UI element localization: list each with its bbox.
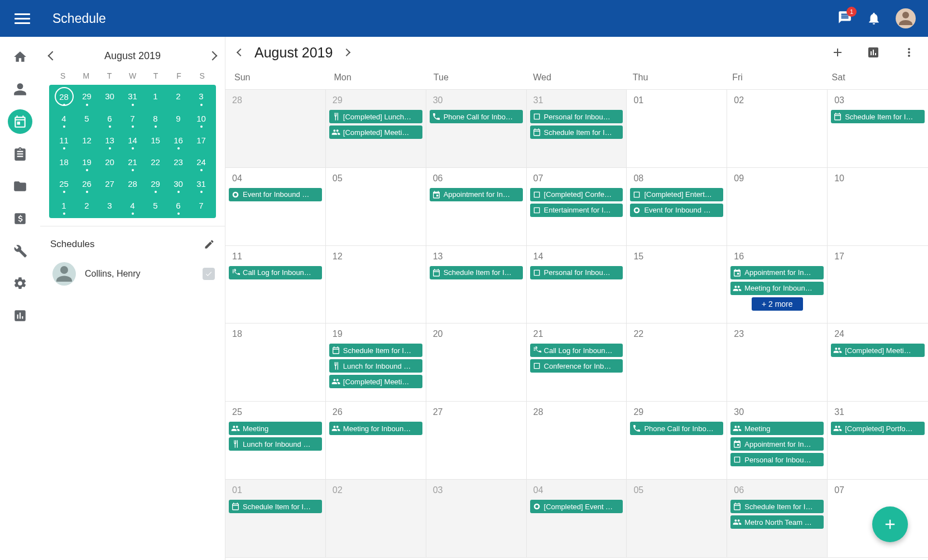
nav-contacts[interactable] (8, 77, 32, 102)
event-pill[interactable]: Lunch for Inbound … (329, 359, 422, 373)
mini-cal-day[interactable]: 14 (121, 132, 144, 148)
calendar-cell[interactable]: 21Call Log for Inboun…Conference for Inb… (527, 324, 627, 402)
nav-tasks[interactable] (8, 142, 32, 166)
mini-cal-day[interactable]: 6 (98, 110, 121, 127)
nav-invoice[interactable] (8, 206, 32, 231)
bell-icon[interactable] (867, 11, 881, 26)
schedule-row[interactable]: Collins, Henry (50, 254, 215, 286)
more-events-button[interactable]: + 2 more (752, 297, 803, 311)
calendar-cell[interactable]: 16Appointment for In…Meeting for Inboun…… (727, 246, 828, 324)
nav-tools[interactable] (8, 239, 32, 263)
month-prev[interactable] (237, 49, 244, 56)
mini-cal-next[interactable] (208, 51, 218, 61)
calendar-cell[interactable]: 07[Completed] Confe…Entertainment for I… (527, 168, 627, 246)
mini-cal-day[interactable]: 7 (190, 197, 213, 214)
mini-cal-day[interactable]: 2 (75, 197, 98, 214)
event-pill[interactable]: Personal for Inbou… (530, 266, 623, 279)
mini-cal-day[interactable]: 17 (190, 132, 213, 148)
mini-cal-day[interactable]: 18 (52, 154, 75, 170)
mini-cal-day[interactable]: 10 (190, 110, 213, 127)
nav-reports[interactable] (8, 303, 32, 328)
calendar-cell[interactable]: 28 (225, 90, 326, 168)
event-pill[interactable]: Appointment for In… (730, 266, 824, 279)
mini-cal-day[interactable]: 22 (144, 154, 167, 170)
event-pill[interactable]: Schedule Item for I… (831, 110, 925, 123)
event-pill[interactable]: Event for Inbound … (229, 188, 322, 201)
event-pill[interactable]: Call Log for Inboun… (530, 344, 623, 357)
mini-cal-day[interactable]: 2 (167, 88, 190, 105)
mini-cal-day[interactable]: 20 (98, 154, 121, 170)
event-pill[interactable]: Schedule Item for I… (229, 500, 322, 513)
calendar-cell[interactable]: 05 (627, 480, 727, 558)
calendar-cell[interactable]: 03Schedule Item for I… (828, 90, 928, 168)
event-pill[interactable]: Appointment for In… (730, 437, 824, 451)
user-avatar[interactable] (896, 8, 916, 28)
mini-cal-day[interactable]: 28 (121, 176, 144, 192)
mini-cal-day[interactable]: 9 (167, 110, 190, 127)
event-pill[interactable]: [Completed] Portfo… (831, 422, 925, 435)
mini-cal-day[interactable]: 11 (52, 132, 75, 148)
event-pill[interactable]: [Completed] Event … (530, 500, 623, 513)
calendar-cell[interactable]: 23 (727, 324, 828, 402)
calendar-cell[interactable]: 24[Completed] Meeti… (828, 324, 928, 402)
nav-schedule[interactable] (8, 109, 32, 134)
mini-cal-day[interactable]: 30 (98, 88, 121, 105)
event-pill[interactable]: Meeting (229, 422, 322, 435)
mini-cal-day[interactable]: 28 (56, 88, 73, 105)
month-next[interactable] (343, 49, 350, 56)
calendar-cell[interactable]: 29[Completed] Lunch…[Completed] Meeti… (326, 90, 426, 168)
mini-cal-day[interactable]: 21 (121, 154, 144, 170)
mini-cal-day[interactable]: 5 (75, 110, 98, 127)
event-pill[interactable]: Lunch for Inbound … (229, 437, 322, 451)
calendar-cell[interactable]: 28 (527, 402, 627, 480)
event-pill[interactable]: Schedule Item for I… (530, 125, 623, 139)
mini-cal-day[interactable]: 3 (98, 197, 121, 214)
calendar-cell[interactable]: 27 (426, 402, 527, 480)
calendar-cell[interactable]: 25MeetingLunch for Inbound … (225, 402, 326, 480)
calendar-cell[interactable]: 13Schedule Item for I… (426, 246, 527, 324)
calendar-cell[interactable]: 05 (326, 168, 426, 246)
mini-cal-prev[interactable] (48, 51, 57, 61)
calendar-cell[interactable]: 22 (627, 324, 727, 402)
report-view-icon[interactable] (867, 46, 880, 59)
event-pill[interactable]: [Completed] Lunch… (329, 110, 422, 123)
mini-cal-day[interactable]: 13 (98, 132, 121, 148)
calendar-cell[interactable]: 19Schedule Item for I…Lunch for Inbound … (326, 324, 426, 402)
calendar-cell[interactable]: 31[Completed] Portfo… (828, 402, 928, 480)
event-pill[interactable]: Event for Inbound … (630, 204, 723, 217)
mini-cal-day[interactable]: 16 (167, 132, 190, 148)
calendar-cell[interactable]: 30MeetingAppointment for In…Personal for… (727, 402, 828, 480)
event-pill[interactable]: Phone Call for Inbo… (430, 110, 523, 123)
event-pill[interactable]: Schedule Item for I… (430, 266, 523, 279)
event-pill[interactable]: [Completed] Meeti… (329, 375, 422, 388)
event-pill[interactable]: Conference for Inb… (530, 359, 623, 373)
calendar-cell[interactable]: 04[Completed] Event … (527, 480, 627, 558)
calendar-cell[interactable]: 26Meeting for Inboun… (326, 402, 426, 480)
calendar-cell[interactable]: 15 (627, 246, 727, 324)
event-pill[interactable]: [Completed] Meeti… (831, 344, 925, 357)
calendar-cell[interactable]: 30Phone Call for Inbo… (426, 90, 527, 168)
event-pill[interactable]: [Completed] Entert… (630, 188, 723, 201)
mini-cal-day[interactable]: 8 (144, 110, 167, 127)
mini-cal-day[interactable]: 1 (52, 197, 75, 214)
mini-cal-day[interactable]: 4 (52, 110, 75, 127)
calendar-cell[interactable]: 18 (225, 324, 326, 402)
event-pill[interactable]: Appointment for In… (430, 188, 523, 201)
calendar-cell[interactable]: 20 (426, 324, 527, 402)
calendar-cell[interactable]: 10 (828, 168, 928, 246)
event-pill[interactable]: Schedule Item for I… (730, 500, 824, 513)
calendar-cell[interactable]: 09 (727, 168, 828, 246)
event-pill[interactable]: Phone Call for Inbo… (630, 422, 723, 435)
nav-settings[interactable] (8, 271, 32, 296)
calendar-cell[interactable]: 01Schedule Item for I… (225, 480, 326, 558)
chat-button[interactable]: 1 (838, 10, 852, 27)
mini-cal-day[interactable]: 31 (190, 176, 213, 192)
mini-cal-day[interactable]: 29 (75, 88, 98, 105)
mini-cal-day[interactable]: 26 (75, 176, 98, 192)
mini-cal-day[interactable]: 4 (121, 197, 144, 214)
calendar-cell[interactable]: 14Personal for Inbou… (527, 246, 627, 324)
calendar-cell[interactable]: 31Personal for Inbou…Schedule Item for I… (527, 90, 627, 168)
event-pill[interactable]: [Completed] Meeti… (329, 125, 422, 139)
mini-cal-day[interactable]: 23 (167, 154, 190, 170)
calendar-cell[interactable]: 08[Completed] Entert…Event for Inbound … (627, 168, 727, 246)
